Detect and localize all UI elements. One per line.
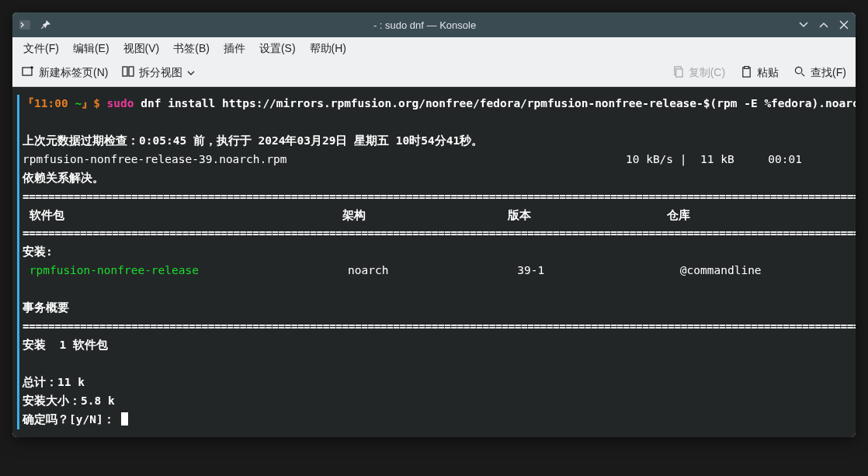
cmd-rest: dnf install https://mirrors.rpmfusion.or…: [134, 97, 856, 109]
hr-1: ========================================…: [23, 190, 856, 203]
new-tab-button[interactable]: 新建标签页(N): [22, 65, 108, 80]
menu-bookmarks[interactable]: 书签(B): [173, 42, 210, 56]
close-icon[interactable]: [838, 19, 849, 30]
toolbar: 新建标签页(N) 拆分视图 复制(C) 粘贴 查找(F): [12, 61, 856, 87]
svg-rect-5: [675, 68, 682, 76]
menu-edit[interactable]: 编辑(E): [73, 42, 109, 56]
output-deps: 依赖关系解决。: [23, 172, 104, 184]
pkg-row: rpmfusion-nonfree-release noarch 39-1 @c…: [23, 264, 856, 276]
find-button[interactable]: 查找(F): [794, 66, 846, 80]
prompt-path: ~: [75, 97, 82, 109]
total-size: 总计：11 k: [23, 376, 85, 388]
split-view-icon: [122, 65, 134, 80]
table-header: 软件包 架构 版本 仓库 大小: [23, 209, 856, 221]
cmd-sudo: sudo: [107, 97, 134, 109]
confirm-prompt[interactable]: 确定吗？[y/N]：: [23, 413, 128, 426]
hr-3: ========================================…: [23, 320, 856, 332]
window-title: - : sudo dnf — Konsole: [51, 19, 798, 31]
menu-settings[interactable]: 设置(S): [259, 42, 296, 56]
output-rpm-line: rpmfusion-nonfree-release-39.noarch.rpm …: [23, 153, 802, 165]
split-view-label: 拆分视图: [139, 66, 182, 80]
terminal-view[interactable]: 『11:00 ~』$ sudo dnf install https://mirr…: [12, 87, 856, 437]
svg-rect-0: [19, 20, 30, 30]
svg-rect-7: [745, 66, 749, 68]
titlebar: - : sudo dnf — Konsole: [12, 12, 856, 37]
summary-heading: 事务概要: [23, 301, 69, 314]
copy-label: 复制(C): [689, 66, 725, 80]
svg-rect-2: [123, 67, 127, 76]
pin-icon[interactable]: [40, 19, 51, 30]
menu-view[interactable]: 视图(V): [123, 42, 160, 56]
menu-help[interactable]: 帮助(H): [310, 42, 346, 56]
paste-label: 粘贴: [757, 66, 779, 80]
install-heading: 安装:: [23, 245, 53, 258]
svg-rect-1: [23, 68, 32, 75]
prompt-tail: 』$: [82, 97, 106, 109]
minimize-icon[interactable]: [798, 19, 809, 30]
cursor: [121, 412, 128, 426]
svg-point-8: [796, 67, 802, 73]
new-tab-label: 新建标签页(N): [39, 66, 108, 80]
new-tab-icon: [22, 65, 34, 80]
paste-icon: [741, 66, 752, 80]
copy-button: 复制(C): [672, 66, 725, 80]
install-count: 安装 1 软件包: [23, 339, 108, 351]
terminal-app-icon: [19, 19, 31, 31]
app-window: - : sudo dnf — Konsole 文件(F) 编辑(E) 视图(V)…: [12, 12, 856, 437]
copy-icon: [672, 66, 684, 80]
hr-2: ========================================…: [23, 227, 856, 239]
search-icon: [794, 66, 806, 80]
menu-file[interactable]: 文件(F): [23, 42, 59, 56]
svg-rect-3: [129, 67, 134, 76]
output-meta: 上次元数据过期检查：0:05:45 前，执行于 2024年03月29日 星期五 …: [23, 134, 483, 147]
menu-plugins[interactable]: 插件: [224, 42, 245, 56]
chevron-down-icon: [187, 67, 195, 79]
menubar: 文件(F) 编辑(E) 视图(V) 书签(B) 插件 设置(S) 帮助(H): [12, 37, 856, 61]
prompt-time: 『11:00: [23, 97, 75, 109]
install-size: 安装大小：5.8 k: [23, 394, 115, 407]
maximize-icon[interactable]: [818, 19, 829, 30]
find-label: 查找(F): [811, 66, 846, 80]
split-view-button[interactable]: 拆分视图: [122, 65, 195, 80]
paste-button[interactable]: 粘贴: [741, 66, 779, 80]
